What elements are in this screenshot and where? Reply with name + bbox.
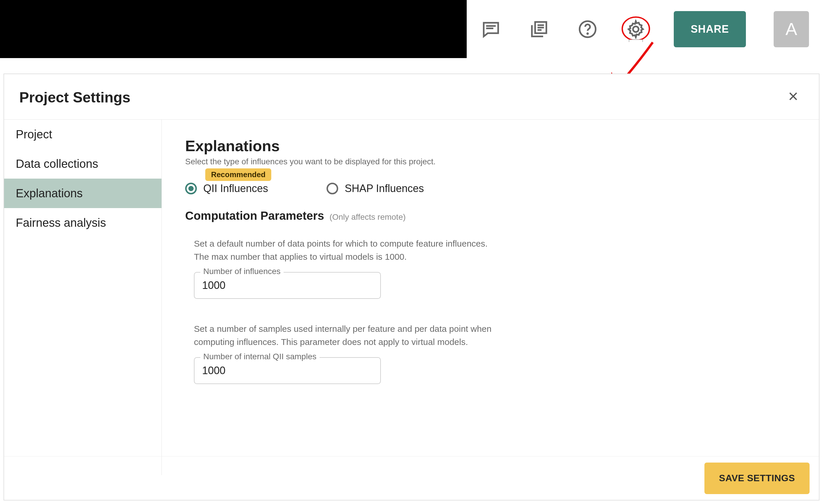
influence-type-radio-group: Recommended QII Influences SHAP Influenc… <box>185 182 796 195</box>
help-icon[interactable] <box>578 19 598 40</box>
save-settings-button[interactable]: SAVE SETTINGS <box>704 463 810 494</box>
dialog-footer: SAVE SETTINGS <box>4 456 819 500</box>
recommended-badge: Recommended <box>205 168 271 181</box>
radio-shap-influences[interactable]: SHAP Influences <box>327 182 424 195</box>
dialog-header: Project Settings <box>4 74 819 119</box>
svg-rect-5 <box>629 39 643 42</box>
sidebar-item-data-collections[interactable]: Data collections <box>4 149 162 179</box>
dialog-title: Project Settings <box>19 89 131 106</box>
svg-point-3 <box>633 26 638 32</box>
dialog-body: Project Data collections Explanations Fa… <box>4 119 819 475</box>
project-settings-dialog: Project Settings Project Data collection… <box>3 73 820 501</box>
section-subtitle: Select the type of influences you want t… <box>185 157 796 166</box>
library-icon[interactable] <box>529 19 549 40</box>
number-of-influences-field: Number of influences <box>194 272 381 299</box>
field-label: Number of internal QII samples <box>200 352 320 361</box>
param-description: Set a default number of data points for … <box>194 237 501 263</box>
gear-icon[interactable] <box>626 19 646 40</box>
radio-unchecked-icon <box>327 183 338 194</box>
section-title: Explanations <box>185 137 796 155</box>
avatar[interactable]: A <box>774 11 809 47</box>
field-label: Number of influences <box>200 267 284 276</box>
svg-point-2 <box>587 33 588 34</box>
toolbar: SHARE A <box>467 0 823 58</box>
sidebar-item-fairness-analysis[interactable]: Fairness analysis <box>4 208 162 238</box>
computation-hint: (Only affects remote) <box>329 213 406 222</box>
radio-label: QII Influences <box>203 182 268 195</box>
share-button[interactable]: SHARE <box>674 11 746 47</box>
explanations-panel: Explanations Select the type of influenc… <box>162 119 819 475</box>
comment-icon[interactable] <box>481 19 501 40</box>
number-of-samples-field: Number of internal QII samples <box>194 357 381 384</box>
settings-sidebar: Project Data collections Explanations Fa… <box>4 119 162 475</box>
radio-label: SHAP Influences <box>345 182 424 195</box>
close-button[interactable] <box>783 86 804 108</box>
top-bar: SHARE A <box>0 0 823 58</box>
number-of-samples-block: Set a number of samples used internally … <box>194 322 796 384</box>
sidebar-item-explanations[interactable]: Explanations <box>4 179 162 208</box>
close-icon <box>787 90 799 102</box>
sidebar-item-project[interactable]: Project <box>4 119 162 149</box>
number-of-influences-block: Set a default number of data points for … <box>194 237 796 299</box>
computation-heading: Computation Parameters <box>185 209 324 222</box>
radio-qii-influences[interactable]: Recommended QII Influences <box>185 182 268 195</box>
radio-checked-icon <box>185 183 197 194</box>
param-description: Set a number of samples used internally … <box>194 322 501 348</box>
